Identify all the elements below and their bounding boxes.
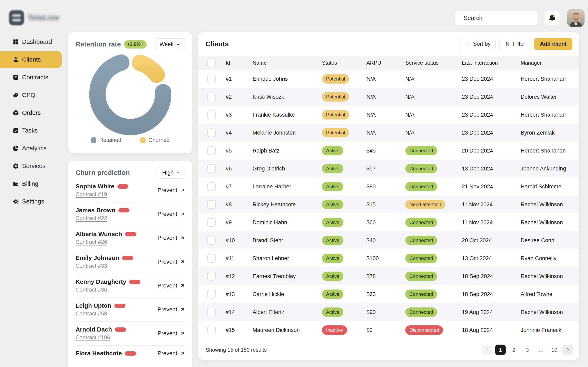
notifications-button[interactable] bbox=[545, 11, 559, 25]
table-row[interactable]: #11Sharon LehnerActive$100Connected13 Oc… bbox=[198, 249, 579, 267]
user-avatar[interactable] bbox=[567, 9, 585, 27]
row-checkbox[interactable] bbox=[207, 92, 216, 101]
sort-by-button[interactable]: Sort by bbox=[459, 38, 496, 50]
row-checkbox[interactable] bbox=[207, 75, 216, 83]
cell-manager: Jeanne Ankunding bbox=[521, 166, 574, 172]
table-row[interactable]: #8Rickey HeathcoteActive$15Need attentio… bbox=[198, 196, 579, 213]
row-checkbox[interactable] bbox=[207, 182, 216, 191]
pagination-page-1[interactable]: 1 bbox=[495, 345, 506, 355]
prevent-link[interactable]: Prevent bbox=[158, 350, 185, 357]
row-checkbox[interactable] bbox=[207, 326, 216, 334]
prevent-link[interactable]: Prevent bbox=[158, 330, 185, 337]
table-row[interactable]: #9Dominic HahnActive$60Connected11 Nov 2… bbox=[198, 213, 579, 231]
brand-logo: TeleLine bbox=[9, 10, 60, 25]
row-checkbox[interactable] bbox=[207, 128, 216, 137]
prevent-link[interactable]: Prevent bbox=[158, 235, 185, 241]
high-risk-pill bbox=[125, 232, 136, 236]
pagination-prev[interactable] bbox=[482, 345, 492, 355]
pagination-page-3[interactable]: 3 bbox=[522, 345, 533, 355]
row-checkbox[interactable] bbox=[207, 110, 216, 119]
churn-level-dropdown[interactable]: High bbox=[158, 167, 185, 179]
cell-status: Active bbox=[322, 182, 366, 191]
sidebar-item-contracts[interactable]: Contracts bbox=[0, 69, 62, 86]
cell-manager: Rachel Wilkinson bbox=[521, 273, 574, 280]
row-checkbox[interactable] bbox=[207, 200, 216, 209]
table-row[interactable]: #7Lorraine HarberActive$80Connected21 No… bbox=[198, 178, 579, 196]
prevent-link[interactable]: Prevent bbox=[158, 306, 185, 313]
row-checkbox[interactable] bbox=[207, 254, 216, 263]
contract-link[interactable]: Contract #58 bbox=[76, 310, 107, 317]
prevent-link[interactable]: Prevent bbox=[158, 211, 185, 217]
cell-arpu: $100 bbox=[366, 255, 405, 262]
clients-title: Clients bbox=[206, 40, 229, 48]
table-row[interactable]: #3Frankie KassulkePotentialN/AN/A23 Dec … bbox=[198, 106, 579, 124]
row-checkbox[interactable] bbox=[207, 272, 216, 281]
table-row[interactable]: #6Greg DietrichActive$57Connected13 Dec … bbox=[198, 160, 579, 178]
sidebar-item-analytics[interactable]: Analytics bbox=[0, 140, 62, 157]
cpq-icon bbox=[12, 92, 19, 99]
row-checkbox[interactable] bbox=[207, 308, 216, 317]
status-badge: Active bbox=[322, 164, 343, 173]
sidebar-item-billing[interactable]: Billing bbox=[0, 175, 62, 192]
add-client-button[interactable]: Add client bbox=[534, 38, 572, 50]
pagination-page-10[interactable]: 10 bbox=[549, 345, 560, 355]
sidebar-item-tasks[interactable]: Tasks bbox=[0, 122, 62, 139]
retention-period-dropdown[interactable]: Week bbox=[155, 38, 185, 50]
cell-arpu: $45 bbox=[366, 148, 405, 154]
status-badge: Connected bbox=[405, 272, 437, 281]
row-checkbox[interactable] bbox=[207, 290, 216, 299]
table-row[interactable]: #2Kristi WisozkPotentialN/AN/A23 Dec 202… bbox=[198, 88, 579, 106]
sidebar-item-services[interactable]: Services bbox=[0, 158, 62, 174]
table-row[interactable]: #10Brandi StehrActive$40Connected20 Oct … bbox=[198, 231, 579, 249]
cell-arpu: $57 bbox=[366, 166, 405, 172]
table-row[interactable]: #12Earnest TremblayActive$78Connected18 … bbox=[198, 267, 579, 285]
sidebar-item-clients[interactable]: Clients bbox=[0, 51, 62, 68]
contract-link[interactable]: Contract #33 bbox=[76, 263, 107, 269]
table-row[interactable]: #15Maureen DickinsonInactive$0Disconnect… bbox=[198, 321, 579, 339]
prevent-link[interactable]: Prevent bbox=[158, 282, 185, 289]
select-all-checkbox[interactable] bbox=[207, 58, 216, 67]
pagination-page-2[interactable]: 2 bbox=[509, 345, 519, 355]
search-input[interactable] bbox=[464, 15, 541, 21]
table-row[interactable]: #5Ralph BatzActive$45Connected20 Dec 202… bbox=[198, 142, 579, 160]
cell-service-status: N/A bbox=[405, 112, 462, 118]
table-row[interactable]: #4Melanie JohnstonPotentialN/AN/A23 Dec … bbox=[198, 124, 579, 142]
table-row[interactable]: #13Carrie HickleActive$63Connected18 Sep… bbox=[198, 285, 579, 303]
row-checkbox[interactable] bbox=[207, 218, 216, 227]
table-row[interactable]: #14Albert EffertzActive$90Connected19 Au… bbox=[198, 303, 579, 321]
sidebar-item-label: Orders bbox=[22, 109, 41, 116]
legend-item-churned: Churned bbox=[140, 137, 170, 143]
cell-name: Sharon Lehner bbox=[252, 255, 322, 262]
sidebar-item-label: Dashboard bbox=[22, 38, 52, 45]
contract-link[interactable]: Contract #36 bbox=[76, 287, 107, 293]
cell-last-interaction: 20 Oct 2024 bbox=[462, 237, 521, 244]
cell-value: N/A bbox=[405, 130, 415, 136]
sidebar-item-cpq[interactable]: CPQ bbox=[0, 87, 62, 103]
prevent-label: Prevent bbox=[158, 187, 177, 193]
settings-icon bbox=[12, 198, 19, 205]
status-badge: Active bbox=[322, 308, 343, 317]
sidebar-item-orders[interactable]: Orders bbox=[0, 104, 62, 121]
filter-button[interactable]: Filter bbox=[499, 38, 530, 50]
results-count: Showing 15 of 150 results bbox=[206, 347, 267, 353]
cell-manager: Ryan Connelly bbox=[521, 255, 574, 262]
row-checkbox[interactable] bbox=[207, 164, 216, 173]
contract-link[interactable]: Contract #22 bbox=[76, 215, 107, 221]
contract-link[interactable]: Contract #19 bbox=[76, 191, 107, 198]
churn-list: Sophia WhiteContract #19PreventJames Bro… bbox=[68, 179, 192, 361]
contract-link[interactable]: Contract #26 bbox=[76, 239, 107, 245]
cell-service-status: N/A bbox=[405, 94, 462, 100]
retention-period-value: Week bbox=[159, 41, 173, 48]
row-select-cell bbox=[207, 290, 226, 299]
contract-link[interactable]: Contract #106 bbox=[76, 334, 110, 341]
pagination-next[interactable] bbox=[562, 345, 573, 355]
cell-status: Active bbox=[322, 236, 366, 245]
prevent-link[interactable]: Prevent bbox=[158, 259, 185, 265]
sidebar-item-dashboard[interactable]: Dashboard bbox=[0, 33, 62, 50]
status-badge: Potential bbox=[322, 110, 349, 119]
row-checkbox[interactable] bbox=[207, 146, 216, 155]
prevent-link[interactable]: Prevent bbox=[158, 187, 185, 193]
sidebar-item-settings[interactable]: Settings bbox=[0, 193, 62, 210]
row-checkbox[interactable] bbox=[207, 236, 216, 245]
table-row[interactable]: #1Enrique JohnsPotentialN/AN/A23 Dec 202… bbox=[198, 70, 579, 88]
